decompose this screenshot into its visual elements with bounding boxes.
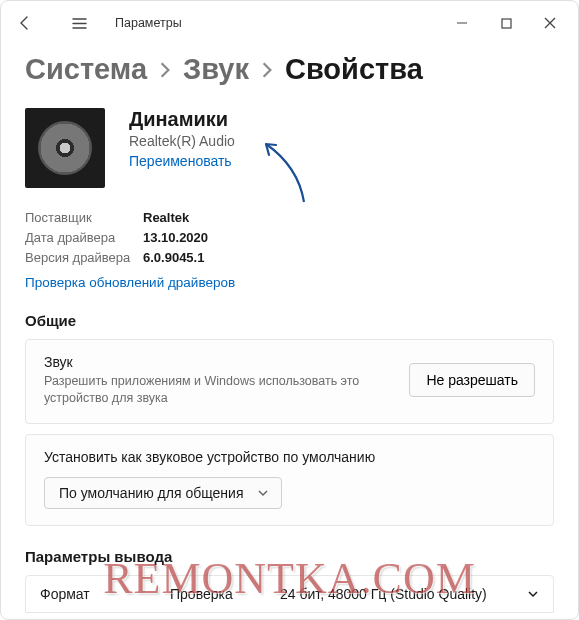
device-icon (25, 108, 105, 188)
close-icon (544, 17, 556, 29)
vendor-label: Поставщик (25, 210, 143, 225)
annotation-arrow-icon (260, 138, 316, 208)
chevron-down-icon (527, 588, 539, 600)
maximize-button[interactable] (484, 7, 528, 39)
hamburger-icon (71, 15, 88, 32)
output-format-dropdown[interactable]: 24 бит, 48000 Гц (Studio Quality) (266, 576, 553, 612)
default-role-dropdown[interactable]: По умолчанию для общения (44, 477, 282, 509)
allow-sound-card: Звук Разрешить приложениям и Windows исп… (25, 339, 554, 424)
output-col-check: Проверка (156, 576, 266, 612)
check-driver-updates-link[interactable]: Проверка обновлений драйверов (25, 275, 554, 290)
breadcrumb-sound[interactable]: Звук (183, 53, 249, 86)
chevron-right-icon (159, 61, 171, 79)
device-name: Динамики (129, 108, 235, 131)
output-format-row: Формат Проверка 24 бит, 48000 Гц (Studio… (25, 575, 554, 613)
back-button[interactable] (7, 5, 43, 41)
svg-rect-0 (502, 19, 511, 28)
chevron-down-icon (257, 487, 269, 499)
driver-version-label: Версия драйвера (25, 250, 143, 265)
breadcrumb: Система Звук Свойства (1, 45, 578, 94)
chevron-right-icon (261, 61, 273, 79)
section-general-heading: Общие (25, 312, 554, 329)
device-subtitle: Realtek(R) Audio (129, 133, 235, 149)
default-role-value: По умолчанию для общения (59, 485, 243, 501)
titlebar: Параметры (1, 1, 578, 45)
minimize-button[interactable] (440, 7, 484, 39)
vendor-value: Realtek (143, 210, 554, 225)
rename-link[interactable]: Переименовать (129, 153, 232, 169)
breadcrumb-system[interactable]: Система (25, 53, 147, 86)
default-device-card: Установить как звуковое устройство по ум… (25, 434, 554, 526)
default-device-title: Установить как звуковое устройство по ум… (44, 449, 535, 465)
allow-sound-title: Звук (44, 354, 364, 370)
output-col-format: Формат (26, 576, 156, 612)
window-title: Параметры (115, 16, 182, 30)
deny-button[interactable]: Не разрешать (409, 363, 535, 397)
driver-date-value: 13.10.2020 (143, 230, 554, 245)
maximize-icon (501, 18, 512, 29)
device-header: Динамики Realtek(R) Audio Переименовать (25, 108, 554, 188)
menu-button[interactable] (61, 5, 97, 41)
output-format-value: 24 бит, 48000 Гц (Studio Quality) (280, 586, 487, 602)
minimize-icon (456, 17, 468, 29)
driver-info: Поставщик Realtek Дата драйвера 13.10.20… (25, 210, 554, 265)
speaker-icon (38, 121, 92, 175)
driver-version-value: 6.0.9045.1 (143, 250, 554, 265)
breadcrumb-properties: Свойства (285, 53, 423, 86)
driver-date-label: Дата драйвера (25, 230, 143, 245)
arrow-left-icon (17, 15, 33, 31)
section-output-heading: Параметры вывода (25, 548, 554, 565)
close-button[interactable] (528, 7, 572, 39)
allow-sound-desc: Разрешить приложениям и Windows использо… (44, 373, 364, 407)
